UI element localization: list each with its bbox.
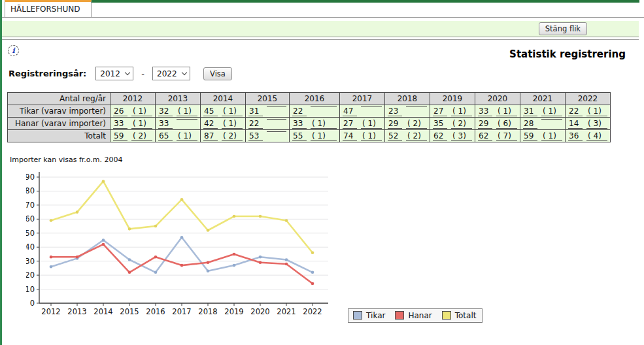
year-header: 2013 <box>156 93 201 105</box>
reg-count-link[interactable]: 23 <box>388 107 402 116</box>
y-tick-label: 10 <box>26 285 35 294</box>
reg-count-link[interactable]: 45 <box>203 107 218 116</box>
import-count-link[interactable]: ( 2) <box>406 131 427 141</box>
import-count-link[interactable]: ( 1) <box>361 119 382 129</box>
import-count-link[interactable] <box>406 107 427 107</box>
import-count-link[interactable]: ( 4) <box>586 131 607 141</box>
to-year-select-wrap: 2022 <box>152 67 190 80</box>
import-count-link[interactable] <box>177 119 197 120</box>
table-cell: 45( 1) <box>201 105 246 118</box>
data-point <box>259 215 262 218</box>
reg-count-link[interactable]: 26 <box>113 107 127 116</box>
import-count-link[interactable]: ( 6) <box>496 119 517 129</box>
import-count-link[interactable] <box>311 107 337 107</box>
series-line-tikar <box>51 237 313 272</box>
import-count-link[interactable] <box>267 131 286 132</box>
data-point <box>311 252 314 255</box>
reg-count-link[interactable]: 62 <box>478 131 492 141</box>
x-tick-label: 2013 <box>67 307 86 316</box>
reg-count-link[interactable]: 22 <box>248 119 263 129</box>
import-count-link[interactable]: ( 1) <box>177 131 197 141</box>
data-point <box>128 258 131 261</box>
reg-count-link[interactable]: 28 <box>523 119 537 129</box>
reg-count-link[interactable]: 59 <box>523 131 537 141</box>
legend-label: Totalt <box>455 311 477 320</box>
reg-count-link[interactable]: 31 <box>523 107 537 116</box>
import-count-link[interactable]: ( 1) <box>311 131 337 141</box>
import-count-link[interactable]: ( 2) <box>222 131 243 141</box>
import-count-link[interactable]: ( 1) <box>311 119 337 129</box>
close-tab-button[interactable]: Stäng flik <box>539 22 587 35</box>
data-point <box>154 255 158 259</box>
data-point <box>311 282 314 286</box>
data-point <box>154 271 158 274</box>
legend-swatch-icon <box>395 311 404 320</box>
reg-count-link[interactable]: 22 <box>292 107 307 116</box>
import-count-link[interactable]: ( 2) <box>131 131 152 141</box>
x-tick-label: 2019 <box>224 307 243 316</box>
year-header: 2014 <box>201 93 246 105</box>
reg-count-link[interactable]: 74 <box>343 131 357 141</box>
import-count-link[interactable] <box>361 107 382 107</box>
import-count-link[interactable]: ( 1) <box>222 119 243 129</box>
row-label: Totalt <box>8 130 110 142</box>
to-year-select[interactable]: 2022 <box>152 67 190 80</box>
data-point <box>311 271 314 274</box>
table-cell: 14( 3) <box>566 118 611 130</box>
import-count-link[interactable]: ( 7) <box>496 131 517 141</box>
import-count-link[interactable]: ( 1) <box>131 119 152 129</box>
import-count-link[interactable] <box>267 119 286 120</box>
import-count-link[interactable]: ( 1) <box>586 107 607 116</box>
reg-count-link[interactable]: 87 <box>203 131 218 141</box>
import-count-link[interactable]: ( 3) <box>451 131 472 141</box>
registration-table: Antal reg/år 201220132014201520162017201… <box>7 92 611 142</box>
reg-count-link[interactable]: 29 <box>478 119 492 129</box>
import-count-link[interactable]: ( 2) <box>451 119 472 129</box>
import-count-link[interactable]: ( 2) <box>406 119 427 129</box>
reg-count-link[interactable]: 42 <box>203 119 218 129</box>
visa-button[interactable]: Visa <box>203 67 232 80</box>
import-count-link[interactable]: ( 1) <box>541 131 562 141</box>
data-point <box>207 261 210 265</box>
table-cell: 22( 1) <box>566 105 611 118</box>
reg-count-link[interactable]: 53 <box>248 131 263 141</box>
reg-count-link[interactable]: 31 <box>248 107 263 116</box>
reg-count-link[interactable]: 33 <box>478 107 492 116</box>
reg-count-link[interactable]: 33 <box>292 119 307 129</box>
data-point <box>128 227 131 231</box>
tab-halleforshund[interactable]: HÄLLEFORSHUND <box>5 0 92 17</box>
reg-count-link[interactable]: 52 <box>388 131 402 141</box>
x-tick-label: 2016 <box>146 307 165 316</box>
reg-count-link[interactable]: 27 <box>343 119 357 129</box>
reg-count-link[interactable]: 59 <box>113 131 127 141</box>
import-count-link[interactable] <box>267 107 286 107</box>
import-count-link[interactable]: ( 1) <box>177 107 197 116</box>
reg-count-link[interactable]: 14 <box>568 119 583 129</box>
import-count-link[interactable]: ( 1) <box>361 131 382 141</box>
reg-count-link[interactable]: 65 <box>158 131 173 141</box>
import-count-link[interactable]: ( 1) <box>222 107 243 116</box>
reg-count-link[interactable]: 27 <box>433 107 447 116</box>
reg-count-link[interactable]: 32 <box>158 107 173 116</box>
reg-count-link[interactable]: 55 <box>292 131 307 141</box>
x-tick-label: 2020 <box>250 307 269 316</box>
table-cell: 62( 3) <box>430 130 475 142</box>
reg-count-link[interactable]: 47 <box>343 107 357 116</box>
import-count-link[interactable] <box>541 119 562 120</box>
import-count-link[interactable]: ( 3) <box>586 119 607 129</box>
info-icon[interactable]: i <box>8 45 19 56</box>
reg-count-link[interactable]: 33 <box>113 119 127 129</box>
table-cell: 62( 7) <box>475 130 520 142</box>
from-year-select[interactable]: 2012 <box>95 67 133 80</box>
reg-count-link[interactable]: 62 <box>433 131 447 141</box>
import-count-link[interactable]: ( 1) <box>496 107 517 116</box>
import-count-link[interactable]: ( 1) <box>131 107 152 116</box>
reg-count-link[interactable]: 36 <box>568 131 583 141</box>
reg-count-link[interactable]: 33 <box>158 119 173 129</box>
data-point <box>259 255 262 259</box>
import-count-link[interactable]: ( 1) <box>541 107 562 116</box>
import-count-link[interactable]: ( 1) <box>451 107 472 116</box>
reg-count-link[interactable]: 35 <box>433 119 447 129</box>
reg-count-link[interactable]: 22 <box>568 107 583 116</box>
reg-count-link[interactable]: 29 <box>388 119 402 129</box>
